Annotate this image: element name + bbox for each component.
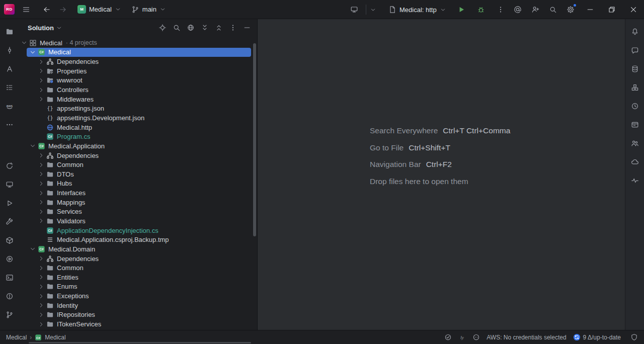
tree-item-medical-application[interactable]: C#Medical.Application (19, 141, 257, 151)
tree-item-interfaces[interactable]: Interfaces (19, 188, 257, 198)
project-selector[interactable]: M Medical (74, 2, 125, 17)
chevron-right-icon[interactable] (37, 283, 45, 290)
chevron-right-icon[interactable] (37, 274, 45, 281)
tree-item-entities[interactable]: Entities (19, 273, 257, 282)
chevron-down-icon[interactable] (28, 49, 37, 56)
tool-button-endpoints[interactable] (628, 118, 642, 132)
debug-button[interactable] (473, 2, 489, 17)
breadcrumb-item[interactable]: Medical (6, 334, 27, 341)
tool-button-ai-assistant[interactable] (3, 62, 17, 76)
tree-item-dependencies[interactable]: Dependencies (19, 254, 257, 264)
tree-item-mappings[interactable]: Mappings (19, 198, 257, 207)
copilot-icon[interactable] (472, 333, 480, 341)
tree-item-exceptions[interactable]: Exceptions (19, 291, 257, 301)
chevron-right-icon[interactable] (37, 77, 45, 84)
device-button[interactable] (347, 2, 362, 17)
more-run-options-button[interactable] (493, 2, 508, 17)
tool-button-more-tool-windows[interactable] (3, 118, 17, 132)
vertical-scrollbar[interactable] (253, 43, 256, 236)
chevron-right-icon[interactable] (37, 199, 45, 206)
main-menu-button[interactable] (19, 2, 34, 17)
tool-button-local-history[interactable] (628, 99, 642, 113)
chevron-down-icon[interactable] (370, 7, 376, 13)
chevron-down-icon[interactable] (28, 142, 37, 149)
tree-item-appsettings-development-json[interactable]: {}appsettings.Development.json (19, 113, 257, 123)
chevron-right-icon[interactable] (37, 217, 45, 224)
horizontal-scrollbar[interactable] (29, 342, 251, 343)
collapse-all-button[interactable] (214, 23, 224, 33)
tree-item-dependencies[interactable]: Dependencies (19, 151, 257, 160)
inspections-ok-icon[interactable] (444, 333, 452, 341)
code-with-me-button[interactable] (510, 2, 525, 17)
chevron-right-icon[interactable] (37, 58, 45, 65)
tool-button-database[interactable] (628, 62, 642, 76)
chevron-right-icon[interactable] (37, 152, 45, 159)
chevron-right-icon[interactable] (37, 96, 45, 103)
breadcrumb-item[interactable]: Medical (45, 334, 65, 341)
tool-button-problems[interactable] (3, 289, 17, 303)
tool-button-commit[interactable] (3, 43, 17, 57)
chevron-right-icon[interactable] (37, 265, 45, 272)
tree-item-validators[interactable]: Validators (19, 216, 257, 226)
tool-button-restore[interactable] (3, 159, 17, 173)
tree-item-program-cs[interactable]: C#Program.cs (19, 132, 257, 141)
tree-item-appsettings-json[interactable]: {}appsettings.json (19, 104, 257, 113)
tree-item-medical-domain[interactable]: C#Medical.Domain (19, 244, 257, 254)
tool-button-profiler[interactable] (628, 174, 642, 188)
chevron-down-icon[interactable] (20, 39, 28, 46)
chevron-right-icon[interactable] (37, 311, 45, 318)
tool-button-structure[interactable] (3, 80, 17, 95)
git-sync-widget[interactable]: 9 Δ/up-to-date (573, 333, 621, 341)
tool-button-aws-toolkit[interactable]: aws (3, 99, 17, 113)
forward-button[interactable] (55, 2, 70, 17)
tool-button-code-with-me[interactable] (628, 136, 642, 150)
tree-item-dependencies[interactable]: Dependencies (19, 57, 257, 66)
tree-item-medical[interactable]: C#Medical (19, 48, 257, 57)
tool-button-build[interactable] (3, 215, 17, 229)
tree-item-irepositories[interactable]: IRepositories (19, 310, 257, 320)
scope-button[interactable] (186, 23, 196, 33)
search-button[interactable] (172, 23, 182, 33)
hide-panel-button[interactable] (242, 23, 252, 33)
tree-item-medical-http[interactable]: Medical.http (19, 123, 257, 132)
run-config-selector[interactable]: Medical: http (385, 2, 450, 17)
chevron-right-icon[interactable] (37, 87, 45, 94)
invite-user-button[interactable] (528, 2, 543, 17)
tree-item-enums[interactable]: Enums (19, 282, 257, 292)
tree-item-middlewares[interactable]: Middlewares (19, 95, 257, 104)
chevron-right-icon[interactable] (37, 161, 45, 168)
run-button[interactable] (454, 2, 469, 17)
tool-button-run[interactable] (3, 196, 17, 210)
tool-button-ai-chat[interactable] (628, 43, 642, 57)
expand-all-button[interactable] (200, 23, 210, 33)
back-button[interactable] (39, 2, 54, 17)
tool-button-cloud[interactable] (628, 155, 642, 169)
chevron-down-icon[interactable] (28, 245, 37, 252)
more-options-button[interactable] (228, 23, 238, 33)
close-button[interactable] (622, 0, 644, 19)
shield-icon[interactable] (630, 333, 638, 341)
tree-item-properties[interactable]: Properties (19, 66, 257, 76)
tool-button-notifications[interactable] (628, 25, 642, 39)
editor-area[interactable]: Search EverywhereCtrl+T Ctrl+CommaGo to … (258, 19, 625, 330)
tree-item-controllers[interactable]: Controllers (19, 85, 257, 95)
tool-button-nuget[interactable] (628, 80, 642, 95)
minimize-button[interactable] (579, 0, 601, 19)
tool-button-device-manager[interactable] (3, 178, 17, 192)
chevron-right-icon[interactable] (37, 170, 45, 178)
tree-item-dtos[interactable]: DTOs (19, 169, 257, 179)
tool-button-version-control[interactable] (3, 308, 17, 322)
aws-status[interactable]: AWS: No credentials selected (487, 334, 566, 341)
chevron-right-icon[interactable] (37, 180, 45, 187)
locate-file-button[interactable] (157, 23, 168, 33)
search-everywhere-button[interactable] (545, 2, 560, 17)
chevron-right-icon[interactable] (37, 190, 45, 197)
tool-button-terminal[interactable] (3, 271, 17, 285)
tree-item-common[interactable]: Common (19, 263, 257, 273)
chevron-right-icon[interactable] (37, 293, 45, 300)
branch-selector[interactable]: main (128, 2, 170, 17)
settings-button[interactable] (563, 2, 578, 17)
tree-item-itokenservices[interactable]: ITokenServices (19, 319, 257, 329)
tree-item-wwwroot[interactable]: wwwroot (19, 76, 257, 85)
chevron-right-icon[interactable] (37, 321, 45, 328)
